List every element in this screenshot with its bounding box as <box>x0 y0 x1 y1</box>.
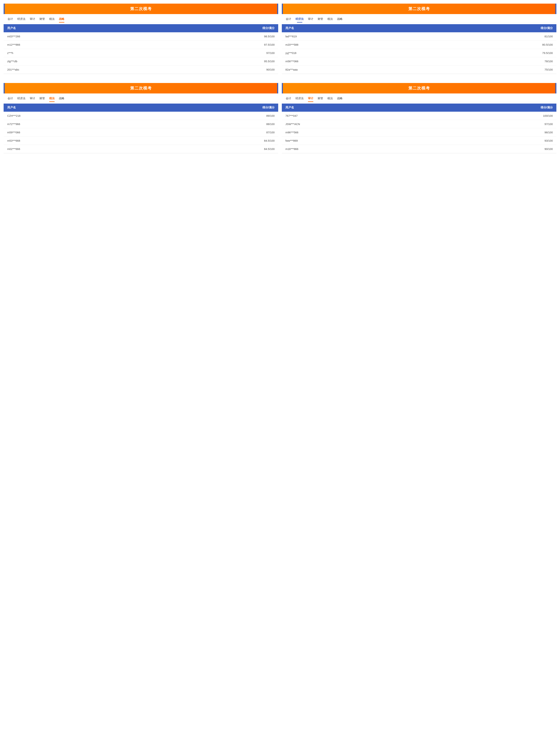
score-cell: 90/100 <box>266 68 274 71</box>
table-row: m56***06678/100 <box>282 57 556 65</box>
tab-审计[interactable]: 审计 <box>28 96 37 102</box>
score-cell: 90/100 <box>545 147 553 150</box>
tab-税法[interactable]: 税法 <box>325 96 335 102</box>
score-cell: 98.5/100 <box>264 35 274 38</box>
tab-会计[interactable]: 会计 <box>284 96 293 102</box>
table-header-cell: 用户名 <box>286 26 541 30</box>
tab-经济法[interactable]: 经济法 <box>293 96 306 102</box>
table-header-cell: 用户名 <box>7 106 262 110</box>
section-1: 第二次模考会计经济法审计财管税法战略用户名得分/满分m03***26698.5/… <box>4 4 278 78</box>
score-cell: 96/100 <box>545 131 553 134</box>
score-table: 用户名得分/满分767***047100/100JSW***ACN97/100m… <box>282 104 556 153</box>
section-header: 第二次模考 <box>4 83 278 94</box>
username-cell: m02***666 <box>7 147 264 150</box>
tab-税法[interactable]: 税法 <box>325 16 335 23</box>
tab-审计[interactable]: 审计 <box>306 16 316 23</box>
tab-经济法[interactable]: 经济法 <box>293 16 306 23</box>
section-header: 第二次模考 <box>282 4 556 14</box>
tab-审计[interactable]: 审计 <box>306 96 316 102</box>
tab-经济法[interactable]: 经济法 <box>15 16 28 23</box>
tab-财管[interactable]: 财管 <box>37 16 47 23</box>
table-row: m72***96688/100 <box>4 120 278 128</box>
table-header-row: 用户名得分/满分 <box>282 24 556 32</box>
table-row: 767***047100/100 <box>282 112 556 120</box>
score-cell: 97/100 <box>266 51 274 54</box>
tab-战略[interactable]: 战略 <box>335 96 345 102</box>
section-divider <box>282 153 556 153</box>
score-cell: 84.5/100 <box>264 139 274 142</box>
username-cell: yyj***018 <box>286 51 542 54</box>
table-row: m96***56696/100 <box>282 128 556 137</box>
username-cell: zlg***clb <box>7 60 264 63</box>
section-divider <box>282 73 556 74</box>
table-row: 201***abc90/100 <box>4 65 278 73</box>
username-cell: m20***588 <box>286 43 542 46</box>
tab-财管[interactable]: 财管 <box>316 16 325 23</box>
table-row: m12***86697.5/100 <box>4 41 278 49</box>
tab-财管[interactable]: 财管 <box>316 96 325 102</box>
username-cell: m12***866 <box>7 43 264 46</box>
score-cell: 97/100 <box>545 123 553 126</box>
table-header-row: 用户名得分/满分 <box>4 104 278 112</box>
table-row: m16***86690/100 <box>282 145 556 153</box>
username-cell: 767***047 <box>286 114 543 117</box>
score-cell: 78/100 <box>545 60 553 63</box>
section-4: 第二次模考会计经济法审计财管税法战略用户名得分/满分767***047100/1… <box>282 83 556 157</box>
table-row: CZH***21889/100 <box>4 112 278 120</box>
username-cell: m53***668 <box>7 139 264 142</box>
table-row: m59***06687/100 <box>4 128 278 137</box>
table-header-row: 用户名得分/满分 <box>4 24 278 32</box>
username-cell: m96***566 <box>286 131 545 134</box>
score-cell: 81/100 <box>545 35 553 38</box>
username-cell: CZH***218 <box>7 114 266 117</box>
username-cell: m56***066 <box>286 60 545 63</box>
tab-战略[interactable]: 战略 <box>57 16 66 23</box>
section-2: 第二次模考会计经济法审计财管税法战略用户名得分/满分lad***61981/10… <box>282 4 556 78</box>
score-table: 用户名得分/满分m03***26698.5/100m12***86697.5/1… <box>4 24 278 73</box>
table-header-row: 用户名得分/满分 <box>282 104 556 112</box>
table-header-cell: 用户名 <box>286 106 541 110</box>
tab-战略[interactable]: 战略 <box>57 96 66 102</box>
table-row: m20***58880.5/100 <box>282 41 556 49</box>
table-row: yyj***01879.5/100 <box>282 49 556 57</box>
score-cell: 87/100 <box>266 131 274 134</box>
tab-bar: 会计经济法审计财管税法战略 <box>282 14 556 23</box>
table-header-cell: 用户名 <box>7 26 262 30</box>
score-cell: 88/100 <box>266 123 274 126</box>
table-row: m02***66684.5/100 <box>4 145 278 153</box>
tab-会计[interactable]: 会计 <box>5 16 15 23</box>
tab-审计[interactable]: 审计 <box>28 16 37 23</box>
score-cell: 84.5/100 <box>264 147 274 150</box>
username-cell: m72***966 <box>7 123 266 126</box>
username-cell: fww***869 <box>286 139 545 142</box>
score-cell: 100/100 <box>543 114 553 117</box>
tab-税法[interactable]: 税法 <box>47 16 57 23</box>
table-row: fww***86993/100 <box>282 137 556 145</box>
username-cell: lad***619 <box>286 35 545 38</box>
section-divider <box>4 153 278 153</box>
score-cell: 79.5/100 <box>542 51 553 54</box>
table-row: z***h97/100 <box>4 49 278 57</box>
score-cell: 89/100 <box>266 114 274 117</box>
table-row: m03***26698.5/100 <box>4 32 278 41</box>
username-cell: z***h <box>7 51 266 54</box>
table-row: JSW***ACN97/100 <box>282 120 556 128</box>
score-cell: 95.5/100 <box>264 60 274 63</box>
tab-经济法[interactable]: 经济法 <box>15 96 28 102</box>
tab-税法[interactable]: 税法 <box>47 96 57 102</box>
score-cell: 75/100 <box>545 68 553 71</box>
score-cell: 93/100 <box>545 139 553 142</box>
table-row: m53***66884.5/100 <box>4 137 278 145</box>
table-header-cell: 得分/满分 <box>262 106 274 110</box>
username-cell: JSW***ACN <box>286 123 545 126</box>
score-cell: 97.5/100 <box>264 43 274 46</box>
tab-会计[interactable]: 会计 <box>284 16 293 23</box>
section-header: 第二次模考 <box>282 83 556 94</box>
tab-战略[interactable]: 战略 <box>335 16 345 23</box>
tab-会计[interactable]: 会计 <box>5 96 15 102</box>
tab-财管[interactable]: 财管 <box>37 96 47 102</box>
username-cell: m16***866 <box>286 147 545 150</box>
section-3: 第二次模考会计经济法审计财管税法战略用户名得分/满分CZH***21889/10… <box>4 83 278 157</box>
section-divider <box>4 73 278 74</box>
tab-bar: 会计经济法审计财管税法战略 <box>4 14 278 23</box>
